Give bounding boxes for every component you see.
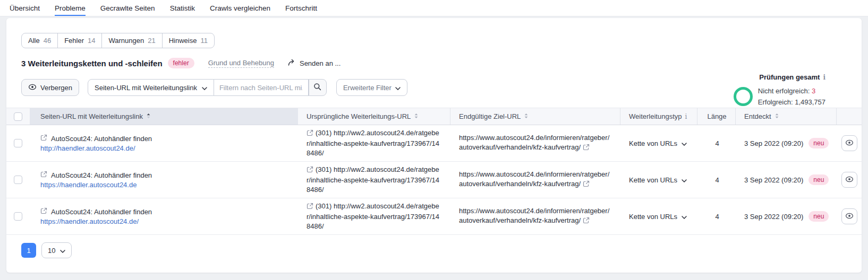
discovered-date: 3 Sep 2022 (09:20) bbox=[744, 139, 803, 147]
chevron-down-icon bbox=[395, 84, 401, 92]
page-size-value: 10 bbox=[48, 247, 55, 255]
filter-hinweise[interactable]: Hinweise 11 bbox=[162, 33, 215, 48]
tab-probleme[interactable]: Probleme bbox=[55, 0, 86, 16]
hide-button[interactable]: Verbergen bbox=[21, 79, 79, 96]
checks-donut-chart bbox=[734, 87, 753, 106]
hide-label: Verbergen bbox=[40, 84, 72, 92]
status-badge: neu bbox=[809, 138, 829, 148]
magnifier-icon bbox=[313, 83, 321, 92]
view-details-button[interactable] bbox=[841, 135, 857, 151]
discovered-date: 3 Sep 2022 (09:20) bbox=[744, 176, 803, 184]
page-url-link[interactable]: http://haendler.autoscout24.de/ bbox=[40, 144, 291, 152]
severity-badge: fehler bbox=[168, 58, 194, 68]
page-title: AutoScout24: Autohändler finden bbox=[51, 208, 152, 216]
redirect-type-dropdown[interactable]: Kette von URLs bbox=[629, 213, 687, 221]
eye-icon bbox=[845, 213, 854, 221]
failed-value: 3 bbox=[812, 87, 815, 95]
header-length: Länge bbox=[707, 112, 726, 120]
page-size-select[interactable]: 10 bbox=[41, 242, 72, 258]
url-filter-input[interactable] bbox=[214, 79, 309, 96]
external-link-icon[interactable] bbox=[583, 181, 590, 189]
top-navigation: Übersicht Probleme Gecrawlte Seiten Stat… bbox=[0, 0, 868, 16]
advanced-filters-button[interactable]: Erweiterte Filter bbox=[336, 79, 407, 96]
checks-summary: Prüfungen gesamt i Nicht erfolgreich: 3 … bbox=[734, 73, 826, 108]
select-all-checkbox[interactable] bbox=[14, 112, 22, 121]
tab-gecrawlte-seiten[interactable]: Gecrawlte Seiten bbox=[100, 0, 155, 16]
table-row: AutoScout24: Autohändler finden https://… bbox=[6, 198, 862, 235]
status-badge: neu bbox=[809, 211, 829, 222]
redirect-length: 4 bbox=[697, 213, 736, 221]
info-icon[interactable]: i bbox=[685, 113, 687, 120]
sort-arrows-icon bbox=[414, 112, 419, 120]
initial-redirect-url: (301) http://ww2.autoscout24.de/ratgeber… bbox=[307, 165, 439, 194]
table-row: AutoScout24: Autohändler finden http://h… bbox=[6, 125, 862, 162]
external-link-icon[interactable] bbox=[40, 171, 47, 179]
filter-fehler[interactable]: Fehler 14 bbox=[57, 33, 102, 48]
external-link-icon[interactable] bbox=[307, 203, 313, 211]
sort-arrows-icon bbox=[524, 112, 529, 120]
external-link-icon[interactable] bbox=[40, 207, 47, 216]
view-details-button[interactable] bbox=[841, 208, 857, 224]
issue-title: 3 Weiterleitungsketten und -schleifen bbox=[21, 59, 163, 68]
chevron-down-icon bbox=[202, 84, 207, 92]
redirect-type-dropdown[interactable]: Kette von URLs bbox=[629, 176, 687, 184]
filter-count: 21 bbox=[148, 37, 155, 45]
column-filter-value: Seiten-URL mit Weiterleitungslink bbox=[95, 84, 197, 92]
redirect-type-dropdown[interactable]: Kette von URLs bbox=[629, 139, 687, 147]
header-discovered[interactable]: Entdeckt bbox=[744, 112, 779, 120]
page-url-link[interactable]: https://haendler.autoscout24.de bbox=[40, 181, 291, 189]
advanced-filters-label: Erweiterte Filter bbox=[343, 84, 392, 92]
initial-redirect-url: (301) http://ww2.autoscout24.de/ratgeber… bbox=[307, 202, 439, 230]
external-link-icon[interactable] bbox=[307, 130, 313, 138]
table-row: AutoScout24: Autohändler finden https://… bbox=[6, 162, 862, 198]
page-url-link[interactable]: https://haendler.autoscout24.de/ bbox=[40, 217, 291, 225]
view-details-button[interactable] bbox=[841, 172, 857, 188]
filter-count: 14 bbox=[88, 37, 95, 45]
reason-and-fix-link[interactable]: Grund und Behebung bbox=[208, 59, 274, 68]
filter-alle[interactable]: Alle 46 bbox=[21, 33, 58, 48]
external-link-icon[interactable] bbox=[583, 217, 590, 225]
filter-count: 11 bbox=[200, 37, 208, 45]
eye-icon bbox=[845, 139, 854, 147]
filter-warnungen[interactable]: Warnungen 21 bbox=[101, 33, 162, 48]
passed-value: 1,493,757 bbox=[795, 98, 826, 106]
sort-arrows-icon bbox=[775, 112, 779, 120]
redirect-length: 4 bbox=[697, 176, 736, 184]
external-link-icon[interactable] bbox=[583, 144, 590, 152]
chevron-down-icon bbox=[682, 139, 687, 147]
filter-label: Alle bbox=[28, 37, 40, 45]
severity-filter-group: Alle 46 Fehler 14 Warnungen 21 Hinweise … bbox=[21, 33, 215, 48]
tab-statistik[interactable]: Statistik bbox=[170, 0, 195, 16]
header-page-url[interactable]: Seiten-URL mit Weiterleitungslink bbox=[40, 112, 151, 120]
initial-redirect-url: (301) http://ww2.autoscout24.de/ratgeber… bbox=[307, 129, 439, 157]
page-1-button[interactable]: 1 bbox=[21, 243, 36, 258]
filter-count: 46 bbox=[44, 37, 51, 45]
send-to-label: Senden an ... bbox=[300, 59, 341, 67]
tab-fortschritt[interactable]: Fortschritt bbox=[285, 0, 317, 16]
sort-arrows-icon bbox=[146, 112, 151, 120]
pagination: 1 10 bbox=[6, 242, 862, 258]
header-final-target[interactable]: Endgültige Ziel-URL bbox=[459, 112, 529, 120]
external-link-icon[interactable] bbox=[40, 134, 47, 143]
tab-crawls-vergleichen[interactable]: Crawls vergleichen bbox=[210, 0, 270, 16]
search-group: Seiten-URL mit Weiterleitungslink bbox=[88, 79, 327, 96]
chevron-down-icon bbox=[682, 176, 687, 184]
checks-failed-line: Nicht erfolgreich: 3 bbox=[758, 85, 826, 97]
row-checkbox[interactable] bbox=[14, 176, 22, 184]
info-icon[interactable]: i bbox=[823, 74, 826, 81]
chevron-down-icon bbox=[682, 213, 687, 221]
issues-table: Seiten-URL mit Weiterleitungslink Ursprü… bbox=[6, 108, 862, 235]
row-checkbox[interactable] bbox=[14, 212, 22, 221]
column-filter-select[interactable]: Seiten-URL mit Weiterleitungslink bbox=[88, 79, 214, 96]
tab-uebersicht[interactable]: Übersicht bbox=[10, 0, 40, 16]
checks-passed-line: Erfolgreich: 1,493,757 bbox=[758, 97, 826, 108]
eye-icon bbox=[28, 84, 37, 92]
search-button[interactable] bbox=[309, 79, 327, 96]
header-initial-redirect[interactable]: Ursprüngliche Weiterleitungs-URL bbox=[307, 112, 419, 120]
eye-icon bbox=[845, 176, 854, 184]
table-header-row: Seiten-URL mit Weiterleitungslink Ursprü… bbox=[6, 108, 862, 125]
send-to-button[interactable]: Senden an ... bbox=[288, 59, 341, 67]
row-checkbox[interactable] bbox=[14, 139, 22, 147]
external-link-icon[interactable] bbox=[307, 167, 313, 174]
checks-summary-title: Prüfungen gesamt bbox=[759, 73, 820, 81]
